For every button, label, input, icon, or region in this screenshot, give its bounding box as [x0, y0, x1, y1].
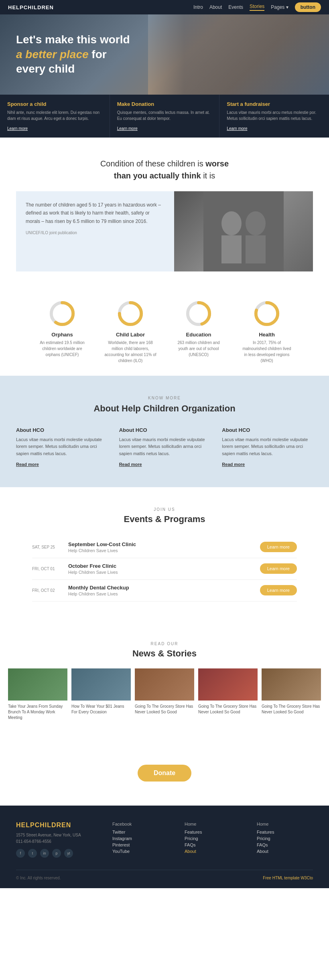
footer-logo: HELPCHILDREN — [16, 822, 96, 829]
social-icon-twitter[interactable]: t — [28, 849, 37, 858]
event-btn-1[interactable]: Learn more — [260, 542, 297, 552]
about-col-2-link[interactable]: Read more — [119, 462, 142, 467]
event-date-2: FRI, OCT 01 — [32, 567, 68, 571]
stat-child-labor: Child Labor Worldwide, there are 168 mil… — [104, 300, 156, 364]
news-label: READ OUR — [8, 642, 321, 646]
event-subtitle-3: Help Children Save Lives — [68, 591, 260, 596]
footer-link-twitter[interactable]: Twitter — [112, 830, 169, 834]
donate-section: Donate — [0, 741, 329, 806]
footer-link-about1[interactable]: About — [185, 849, 241, 854]
event-btn-3[interactable]: Learn more — [260, 585, 297, 595]
stat-education-label: Education — [173, 332, 225, 338]
news-grid: Take Your Jeans From Sunday Brunch To A … — [8, 668, 321, 721]
nav-link-stories[interactable]: Stories — [250, 4, 264, 11]
info-box-fundraiser-link[interactable]: Learn more — [227, 126, 247, 131]
news-card-2: How To Wear Your $01 Jeans For Every Occ… — [71, 668, 131, 721]
footer-col-site2: Home Features Pricing FAQs About — [257, 822, 313, 858]
about-col-1-title: About HCO — [16, 427, 107, 433]
svg-point-3 — [246, 211, 266, 235]
donate-button[interactable]: Donate — [138, 765, 191, 782]
news-heading: News & Stories — [8, 648, 321, 659]
event-btn-2[interactable]: Learn more — [260, 563, 297, 574]
social-icon-youtube[interactable]: yt — [64, 849, 73, 858]
nav-cta-button[interactable]: button — [295, 2, 321, 12]
info-box-fundraiser: Start a fundraiser Lacus vitae mauris mo… — [219, 95, 329, 138]
footer-top: HELPCHILDREN 1575 Street Avenue, New Yor… — [16, 822, 313, 858]
info-box-fundraiser-text: Lacus vitae mauris morbi arcu metus mole… — [227, 109, 322, 121]
footer-copyright: © Inc. All rights reserved. — [16, 876, 61, 880]
event-subtitle-2: Help Children Save Lives — [68, 570, 260, 575]
news-card-3: Going To The Grocery Store Has Never Loo… — [135, 668, 194, 721]
event-date-1: SAT, SEP 25 — [32, 545, 68, 549]
condition-img-placeholder — [174, 191, 313, 271]
news-thumb-5 — [262, 668, 321, 701]
condition-content: The number of children aged 5 to 17 year… — [16, 191, 313, 271]
about-col-1: About HCO Lacus vitae mauris morbi moles… — [16, 427, 107, 467]
social-icon-pinterest[interactable]: p — [52, 849, 61, 858]
nav-link-about[interactable]: About — [209, 4, 222, 10]
about-col-3-link[interactable]: Read more — [222, 462, 245, 467]
event-info-2: October Free Clinic Help Children Save L… — [68, 563, 260, 575]
svg-point-1 — [221, 211, 242, 235]
footer-link-faqs1[interactable]: FAQs — [185, 842, 241, 847]
social-icon-instagram[interactable]: in — [40, 849, 49, 858]
hero-content: Let's make this world a better place for… — [16, 32, 130, 76]
nav-link-intro[interactable]: Intro — [193, 4, 203, 10]
footer-link-features1[interactable]: Features — [185, 830, 241, 834]
nav-link-events[interactable]: Events — [228, 4, 243, 10]
footer-link-pinterest[interactable]: Pinterest — [112, 842, 169, 847]
donut-orphans — [48, 300, 76, 328]
info-box-donation: Make Donation Quisque mentes, convallis … — [110, 95, 220, 138]
nav-links: Intro About Events Stories Pages ▾ butto… — [193, 2, 321, 12]
hero-image — [148, 14, 329, 95]
events-section: JOIN US Events & Programs SAT, SEP 25 Se… — [0, 487, 329, 622]
info-box-donation-link[interactable]: Learn more — [117, 126, 138, 131]
stat-education-desc: 263 million children and youth are out o… — [173, 340, 225, 358]
event-title-2: October Free Clinic — [68, 563, 260, 569]
info-box-donation-text: Quisque mentes, convallis lectus massa. … — [117, 109, 212, 121]
event-subtitle-1: Help Children Save Lives — [68, 548, 260, 553]
info-box-sponsor-text: Nihil ante, nunc molestie elit lorem. Du… — [7, 109, 102, 121]
footer-link-instagram[interactable]: Instagram — [112, 836, 169, 841]
stat-health-label: Health — [241, 332, 293, 338]
social-icon-facebook[interactable]: f — [16, 849, 25, 858]
nav-link-pages[interactable]: Pages ▾ — [271, 4, 288, 10]
footer-brand: HELPCHILDREN 1575 Street Avenue, New Yor… — [16, 822, 96, 858]
stat-orphans: Orphans An estimated 19.5 million childr… — [36, 300, 88, 364]
footer-link-faqs2[interactable]: FAQs — [257, 842, 313, 847]
footer-link-about2[interactable]: About — [257, 849, 313, 854]
about-col-1-link[interactable]: Read more — [16, 462, 39, 467]
info-box-sponsor-link[interactable]: Learn more — [7, 126, 28, 131]
info-boxes: Sponsor a child Nihil ante, nunc molesti… — [0, 95, 329, 138]
event-info-1: September Low-Cost Clinic Help Children … — [68, 541, 260, 553]
footer-template-link[interactable]: Free HTML template W3Cto — [263, 876, 313, 880]
news-thumb-3 — [135, 668, 194, 701]
condition-heading: Condition of these children is worse tha… — [16, 158, 313, 182]
events-label: JOIN US — [32, 507, 297, 512]
footer-link-youtube[interactable]: YouTube — [112, 849, 169, 854]
footer-link-features2[interactable]: Features — [257, 830, 313, 834]
news-card-2-title: How To Wear Your $01 Jeans For Every Occ… — [71, 704, 131, 715]
footer-link-pricing2[interactable]: Pricing — [257, 836, 313, 841]
news-section: READ OUR News & Stories Take Your Jeans … — [0, 622, 329, 741]
footer-bottom: © Inc. All rights reserved. Free HTML te… — [16, 870, 313, 880]
stat-child-labor-label: Child Labor — [104, 332, 156, 338]
stat-health: Health In 2017, 75% of malnourished chil… — [241, 300, 293, 364]
news-thumb-1 — [8, 668, 67, 701]
event-title-1: September Low-Cost Clinic — [68, 541, 260, 547]
stats-row: Orphans An estimated 19.5 million childr… — [16, 300, 313, 364]
condition-image — [174, 191, 313, 271]
stats-section: Orphans An estimated 19.5 million childr… — [0, 283, 329, 376]
children-photo-svg — [203, 191, 284, 271]
event-row-2: FRI, OCT 01 October Free Clinic Help Chi… — [32, 558, 297, 580]
footer-address: 1575 Street Avenue, New York, USA — [16, 832, 96, 838]
donut-education — [185, 300, 213, 328]
footer-link-pricing1[interactable]: Pricing — [185, 836, 241, 841]
footer-col-site1: Home Features Pricing FAQs About — [185, 822, 241, 858]
navbar: HELPCHILDREN Intro About Events Stories … — [0, 0, 329, 14]
event-info-3: Monthly Dental Checkup Help Children Sav… — [68, 585, 260, 596]
info-box-sponsor: Sponsor a child Nihil ante, nunc molesti… — [0, 95, 110, 138]
event-title-3: Monthly Dental Checkup — [68, 585, 260, 591]
info-box-fundraiser-title: Start a fundraiser — [227, 101, 322, 107]
condition-source: UNICEF/ILO joint publication — [26, 229, 164, 236]
